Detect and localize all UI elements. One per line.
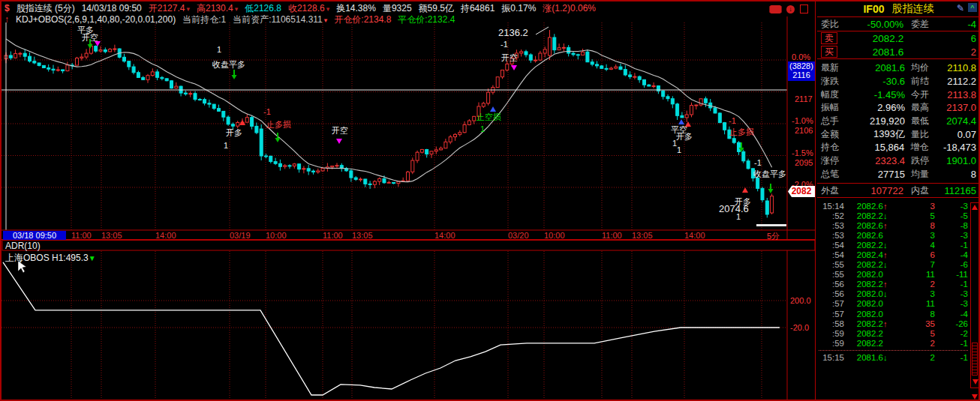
tape-time: :55 [819,260,844,269]
bar-datetime: 14/03/18 09:50 [82,3,142,13]
tape-price: 2082.0 [844,289,883,298]
price-axis-pct-label: -1.0% [792,116,813,125]
subchart-axis-label: 200.0 [790,296,811,305]
tape-delta: -1 [935,353,968,362]
tape-price: 2081.6 [844,353,883,362]
tape-row: :532082.6↑8-8 [819,220,968,230]
quote-label: 量比 [911,128,944,141]
tape-price: 2082.2 [844,339,883,348]
period-label[interactable]: 5分 [767,231,780,242]
price-axis-pct-label: 0.0% [792,52,810,61]
tape-price: 2082.2 [844,241,883,250]
quote-label: 均价 [911,61,944,74]
quote-grid-section: 最新2081.6均价2110.8涨跌-30.6前结2112.2幅度-1.45%今… [817,61,980,181]
tape-price: 2082.6 [844,231,883,240]
tape-delta: -1 [935,339,968,348]
side-label: 卖 [821,32,837,44]
tape-time: :56 [819,280,844,289]
bid-row[interactable]: 买2081.62 [817,45,980,58]
tape-price: 2082.6 [844,202,883,211]
chip-icon[interactable] [770,5,781,13]
ask-row[interactable]: 卖2082.26 [817,31,980,45]
subchart-pane-title: ADR(10) [5,241,41,251]
tape-delta: -1 [935,280,968,289]
tape-volume: 11 [892,270,935,279]
quote-label: 振幅 [821,101,851,114]
quote-row: 持仓15,864增仓-18,473 [817,141,980,154]
quote-row: 总笔27715均量8 [817,168,980,181]
tape-time: :59 [819,329,844,338]
tape-volume: 3 [892,289,935,298]
tape-row: :552082.2↓7-6 [819,260,968,270]
field-openinterest: 持64861 [461,3,495,13]
tape-time: :57 [819,310,844,319]
field-volume: 量9325 [383,3,412,13]
down-arrow-icon: ↓ [883,241,892,250]
quote-value: 2110.8 [944,62,976,73]
tape-price: 2082.0 [844,270,883,279]
tape-list: 15:142082.6↑3-3:522082.2↓5-5:532082.6↑8-… [819,201,968,363]
scroll-thumb[interactable] [972,343,978,376]
draw-tool-icon[interactable]: ✎ [957,3,964,13]
tape-volume: 2 [892,353,935,362]
main-chart[interactable] [2,22,787,230]
up-arrow-icon: ↑ [883,319,892,328]
tape-row: :572082.011-3 [819,299,968,309]
tape-row: :562082.2↑2-1 [819,280,968,289]
subchart-axis-label: -20.0 [790,323,809,332]
field-change: 涨(1.2)0.06% [543,3,596,13]
quote-value: 1901.0 [944,155,976,166]
scroll-down-icon[interactable] [972,379,978,385]
quote-label: 前结 [911,75,944,88]
time-axis: 11:0013:0514:0003/1910:0011:0013:0514:00… [2,230,816,240]
tape-price: 2082.6 [844,221,883,230]
quote-row: 涨跌-30.6前结2112.2 [817,75,980,88]
down-arrow-icon: ↓ [883,289,892,298]
quote-label: 最新 [821,61,851,74]
quote-value: 2113.8 [944,89,976,100]
tape-volume: 3 [892,202,935,211]
tape-price: 2082.2 [844,319,883,328]
quote-row: 振幅2.96%最高2137.0 [817,101,980,115]
window-icon[interactable] [800,4,808,13]
bid-ask-section: 委比-50.00%委差-4卖2082.26买2081.62 [817,17,980,59]
quote-label: 委差 [911,18,944,31]
quote-label: 幅度 [821,88,851,101]
quote-value: 2081.6 [851,62,905,73]
time-axis-label: 10:00 [544,231,565,240]
quote-value: 2112.2 [944,76,976,87]
tape-delta: -4 [935,250,968,259]
down-arrow-icon: ↓ [883,260,892,269]
panel-scroll-down-icon[interactable] [972,393,978,401]
tape-time: :55 [819,270,844,279]
quote-label: 跌停 [911,154,944,167]
time-axis-label: 14:00 [434,231,455,240]
tape-volume: 3 [892,231,935,240]
tape-price: 2082.0 [844,299,883,308]
tape-row: :552082.011-11 [819,270,968,280]
tick-arrow-icon: ▾ [326,5,330,13]
tape-delta: -3 [935,202,968,211]
tape-volume: 8 [892,310,935,319]
collapse-icon[interactable]: ^ [968,3,977,12]
tape-separator [819,350,968,351]
symbol-code: IF00 [863,3,884,15]
tape-scrollbar[interactable] [970,202,979,388]
tape-row: :592082.25-2 [819,328,968,338]
quote-row: 金额1393亿量比0.07 [817,127,980,141]
quote-row: 最新2081.6均价2110.8 [817,61,980,75]
time-axis-label: 14:00 [155,231,176,240]
tape-volume: 5 [892,211,935,220]
tape-time: :54 [819,250,844,259]
field-amplitude: 振0.17% [501,3,536,13]
subchart-series-label: 上海OBOS H1:495.3▼ [5,252,96,265]
tape-time: :53 [819,221,844,230]
tape-volume: 8 [892,221,935,230]
chart-title: 股指连续 (5分) [17,3,75,13]
quote-value: -1.45% [851,89,905,100]
scroll-up-icon[interactable] [972,205,978,210]
quote-value: 1393亿 [851,127,905,141]
quote-panel-header: IF00 股指连续 ✎ ^ [817,1,980,17]
up-arrow-icon: ↑ [883,202,892,211]
download-icon[interactable]: ↓ [786,5,795,13]
